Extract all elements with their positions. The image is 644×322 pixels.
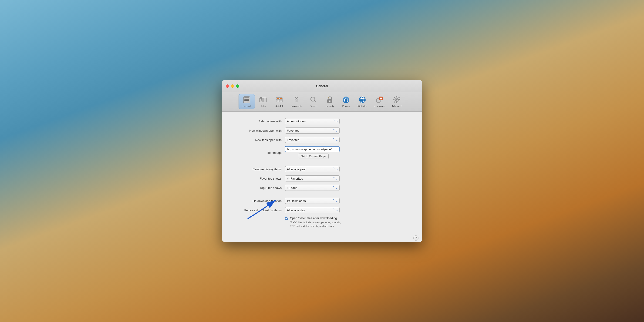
homepage-label: Homepage: xyxy=(231,151,282,154)
tab-privacy[interactable]: Privacy xyxy=(338,94,354,109)
favorites-shows-row: Favorites shows: ☆ Favorites ⌃⌄ xyxy=(222,176,422,182)
svg-rect-43 xyxy=(394,97,396,98)
svg-rect-41 xyxy=(393,99,394,100)
new-tabs-row: New tabs open with: Favorites ⌃⌄ xyxy=(222,137,422,143)
general-icon xyxy=(242,96,251,104)
svg-rect-42 xyxy=(399,99,400,100)
svg-rect-9 xyxy=(261,100,262,100)
svg-rect-4 xyxy=(244,102,248,102)
svg-rect-6 xyxy=(263,98,266,102)
new-tabs-label: New tabs open with: xyxy=(231,138,282,142)
safari-opens-select[interactable]: A new window xyxy=(285,118,340,124)
tab-general[interactable]: General xyxy=(238,94,255,109)
favorites-shows-select[interactable]: ☆ Favorites xyxy=(285,176,340,182)
tab-advanced[interactable]: Advanced xyxy=(388,94,405,109)
minimize-button[interactable] xyxy=(231,84,234,88)
remove-download-control: After one day ⌃⌄ xyxy=(285,207,341,213)
advanced-icon xyxy=(393,96,401,104)
preferences-window: General General xyxy=(222,80,422,242)
file-download-select[interactable]: 🗂 Downloads xyxy=(285,198,340,204)
websites-icon xyxy=(358,96,366,104)
tab-tabs[interactable]: Tabs xyxy=(255,94,271,109)
tab-websites-label: Websites xyxy=(358,105,367,108)
tab-passwords-label: Passwords xyxy=(291,105,302,108)
tab-extensions[interactable]: Extensions xyxy=(370,94,388,109)
tab-privacy-label: Privacy xyxy=(342,105,350,108)
svg-rect-29 xyxy=(328,98,329,98)
file-download-row: File download location: 🗂 Downloads ⌃⌄ xyxy=(222,198,422,204)
new-windows-control: Favorites ⌃⌄ xyxy=(285,128,341,134)
homepage-input[interactable] xyxy=(285,146,340,152)
remove-download-select-wrapper: After one day ⌃⌄ xyxy=(285,207,340,213)
tab-extensions-label: Extensions xyxy=(374,105,385,108)
window-controls xyxy=(226,84,239,88)
svg-rect-8 xyxy=(261,99,262,100)
tab-passwords[interactable]: Passwords xyxy=(288,94,305,109)
remove-history-control: After one year ⌃⌄ xyxy=(285,166,341,172)
tab-search-label: Search xyxy=(310,105,317,108)
svg-point-38 xyxy=(396,99,398,100)
tab-search[interactable]: Search xyxy=(305,94,322,109)
svg-line-25 xyxy=(314,101,316,102)
open-safe-files-checkbox[interactable] xyxy=(285,216,288,220)
remove-download-label: Remove download list items: xyxy=(231,208,282,212)
extensions-icon xyxy=(376,96,384,104)
tab-tabs-label: Tabs xyxy=(261,105,266,108)
content-area: Safari opens with: A new window ⌃⌄ New w… xyxy=(222,112,422,242)
svg-rect-3 xyxy=(244,100,249,101)
open-safe-files-row: Open "safe" files after downloading "Saf… xyxy=(222,216,422,228)
maximize-button[interactable] xyxy=(236,84,239,88)
open-safe-files-description: "Safe" files include movies, pictures, s… xyxy=(290,221,344,228)
svg-rect-2 xyxy=(244,99,249,100)
privacy-icon xyxy=(342,96,350,104)
safari-opens-select-wrapper: A new window ⌃⌄ xyxy=(285,118,340,124)
security-icon xyxy=(326,96,334,104)
tab-websites[interactable]: Websites xyxy=(354,94,370,109)
svg-rect-1 xyxy=(244,98,249,98)
tab-security[interactable]: Security xyxy=(322,94,338,109)
autofill-icon xyxy=(275,96,284,104)
open-safe-files-content: Open "safe" files after downloading "Saf… xyxy=(285,216,344,228)
svg-rect-39 xyxy=(396,96,397,98)
favorites-shows-label: Favorites shows: xyxy=(231,177,282,180)
favorites-shows-select-wrapper: ☆ Favorites ⌃⌄ xyxy=(285,176,340,182)
remove-history-label: Remove history items: xyxy=(231,168,282,171)
tab-general-label: General xyxy=(243,105,251,108)
close-button[interactable] xyxy=(226,84,229,88)
file-download-label: File download location: xyxy=(231,199,282,203)
new-windows-select[interactable]: Favorites xyxy=(285,128,340,134)
svg-rect-44 xyxy=(398,97,400,98)
svg-rect-45 xyxy=(394,102,396,103)
open-safe-files-label-row: Open "safe" files after downloading xyxy=(285,216,344,220)
new-tabs-select[interactable]: Favorites xyxy=(285,137,340,143)
open-safe-files-text: Open "safe" files after downloading xyxy=(290,216,337,220)
svg-rect-7 xyxy=(260,97,262,99)
svg-rect-40 xyxy=(396,102,397,103)
safari-opens-row: Safari opens with: A new window ⌃⌄ xyxy=(222,118,422,124)
safari-opens-label: Safari opens with: xyxy=(231,120,282,123)
new-tabs-select-wrapper: Favorites ⌃⌄ xyxy=(285,137,340,143)
tab-autofill-label: AutoFill xyxy=(276,105,283,108)
remove-download-row: Remove download list items: After one da… xyxy=(222,207,422,213)
passwords-icon xyxy=(292,96,301,104)
titlebar: General xyxy=(222,80,422,92)
top-sites-select-wrapper: 12 sites ⌃⌄ xyxy=(285,185,340,191)
set-current-page-button[interactable]: Set to Current Page xyxy=(298,154,329,159)
favorites-shows-control: ☆ Favorites ⌃⌄ xyxy=(285,176,341,182)
remove-history-row: Remove history items: After one year ⌃⌄ xyxy=(222,166,422,172)
svg-rect-46 xyxy=(398,102,400,103)
remove-history-select[interactable]: After one year xyxy=(285,166,340,172)
file-download-control: 🗂 Downloads ⌃⌄ xyxy=(285,198,341,204)
tab-autofill[interactable]: AutoFill xyxy=(271,94,288,109)
tab-security-label: Security xyxy=(326,105,334,108)
new-windows-select-wrapper: Favorites ⌃⌄ xyxy=(285,128,340,134)
top-sites-select[interactable]: 12 sites xyxy=(285,185,340,191)
settings-content: Safari opens with: A new window ⌃⌄ New w… xyxy=(222,112,422,235)
help-button[interactable]: ? xyxy=(413,236,418,240)
new-windows-label: New windows open with: xyxy=(231,129,282,132)
safari-opens-control: A new window ⌃⌄ xyxy=(285,118,341,124)
top-sites-row: Top Sites shows: 12 sites ⌃⌄ xyxy=(222,185,422,191)
svg-point-21 xyxy=(296,98,297,99)
new-tabs-control: Favorites ⌃⌄ xyxy=(285,137,341,143)
remove-download-select[interactable]: After one day xyxy=(285,207,340,213)
